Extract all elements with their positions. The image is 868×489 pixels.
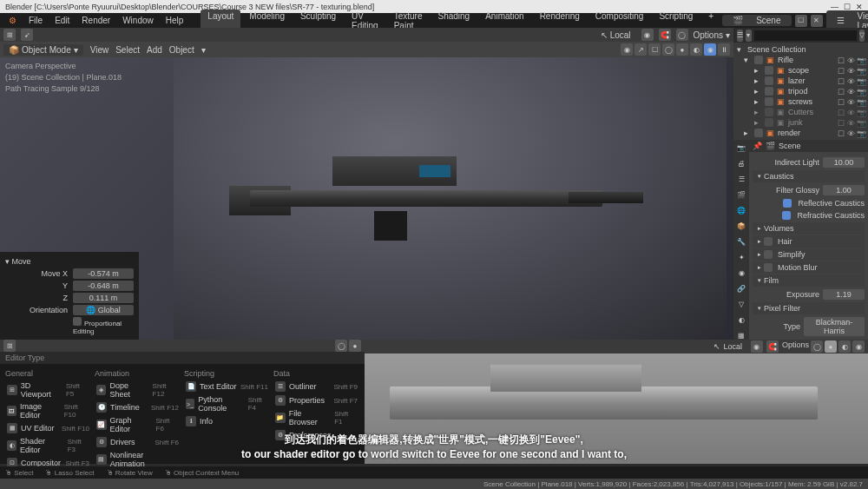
snap-icon-2[interactable]: 🧲 <box>766 340 779 353</box>
outliner-item-screws[interactable]: ▸▣screws☐👁📷 <box>733 96 868 107</box>
item-image-editor[interactable]: 🖼Image EditorShift F10 <box>5 400 91 421</box>
shading-material-icon-2[interactable]: ◐ <box>838 340 851 353</box>
outliner-search[interactable] <box>754 30 857 41</box>
section-film[interactable]: Film <box>753 274 865 287</box>
menu-window[interactable]: Window <box>117 16 159 25</box>
item-text-editor[interactable]: 📄Text EditorShift F11 <box>184 380 270 393</box>
item-3d-viewport[interactable]: ⊞3D ViewportShift F5 <box>5 380 91 400</box>
section-hair[interactable]: Hair <box>753 235 865 248</box>
shading-solid-icon[interactable]: ● <box>676 43 688 56</box>
item-uv-editor[interactable]: ▦UV EditorShift F10 <box>5 421 91 435</box>
filter-icon[interactable]: ▽ <box>859 30 865 42</box>
xray-icon[interactable]: ☐ <box>648 43 661 56</box>
move-z-input[interactable]: 0.111 m <box>73 293 134 303</box>
orientation-selector[interactable]: ↖ Local <box>595 30 636 41</box>
reflective-check[interactable] <box>783 199 792 208</box>
item-timeline[interactable]: 🕐TimelineShift F12 <box>95 400 181 414</box>
options-bottom[interactable]: Options <box>782 340 809 353</box>
type-select[interactable]: Blackman-Harris <box>804 317 865 336</box>
options-dropdown[interactable]: Options <box>694 30 723 40</box>
chevron-down-icon[interactable]: ▾ <box>201 45 206 55</box>
blender-icon[interactable]: ⚙ <box>3 16 22 25</box>
editor-type-icon[interactable]: ⊞ <box>3 29 16 41</box>
cursor-tool-icon[interactable]: ➹ <box>21 29 33 41</box>
proportional-check[interactable]: Proportional Editing <box>73 317 134 335</box>
orientation-select[interactable]: 🌐 Global <box>73 305 134 315</box>
outliner-item-lazer[interactable]: ▸▣lazer☐👁📷 <box>733 76 868 86</box>
outliner-type-icon[interactable]: ☰ <box>737 30 743 42</box>
menu-help[interactable]: Help <box>161 16 189 25</box>
prop-tab-particle[interactable]: ✦ <box>733 249 749 265</box>
outliner-item-render[interactable]: ▸▣render☐👁📷 <box>733 128 868 138</box>
item-shader-editor[interactable]: ◐Shader EditorShift F3 <box>5 435 91 456</box>
scene-selector[interactable]: 🎬Scene <box>722 15 791 26</box>
prop-tab-data[interactable]: ▽ <box>733 296 749 312</box>
outliner-item-rifle[interactable]: ▾▣Rifle☐👁📷 <box>733 55 868 65</box>
item-drivers[interactable]: ⚙DriversShift F6 <box>95 435 181 449</box>
shading-solid-icon-2[interactable]: ● <box>825 340 837 353</box>
section-volumes[interactable]: Volumes <box>753 222 865 235</box>
menu-select[interactable]: Select <box>115 45 140 55</box>
camera-icon[interactable]: 📷 <box>857 56 865 64</box>
prop-tab-output[interactable]: 🖨 <box>733 155 749 171</box>
item-file-browser[interactable]: 📁File BrowserShift F1 <box>273 407 359 428</box>
pivot-icon-2[interactable]: ◉ <box>751 340 763 353</box>
prop-tab-render[interactable]: 📷 <box>733 140 749 155</box>
section-caustics[interactable]: Caustics <box>753 170 865 182</box>
gizmo-icon[interactable]: ↗ <box>635 43 647 56</box>
proportional-icon[interactable]: ◯ <box>676 29 688 41</box>
pin-icon[interactable]: 📌 <box>753 142 762 150</box>
shading-rendered-icon-2[interactable]: ◉ <box>852 340 865 353</box>
eye-icon[interactable]: 👁 <box>847 56 855 64</box>
exclude-icon[interactable]: ☐ <box>838 56 845 64</box>
menu-add[interactable]: Add <box>147 45 162 55</box>
filter-glossy-input[interactable]: 1.00 <box>823 185 865 195</box>
shading-wire-icon[interactable]: ◯ <box>662 43 674 56</box>
orientation-bottom[interactable]: ↖ Local <box>708 341 747 352</box>
section-motion-blur[interactable]: Motion Blur <box>753 261 865 274</box>
mode-selector[interactable]: 📦 Object Mode ▾ <box>3 44 83 56</box>
section-simplify[interactable]: Simplify <box>753 248 865 261</box>
outliner-item-tripod[interactable]: ▸▣tripod☐👁📷 <box>733 86 868 96</box>
outliner-root[interactable]: ▾Scene Collection <box>733 44 868 55</box>
shading-rendered-icon[interactable]: ◉ <box>704 43 716 56</box>
prop-tab-physics[interactable]: ◉ <box>733 265 749 281</box>
scene-delete-icon[interactable]: ✕ <box>811 15 823 27</box>
prop-tab-material[interactable]: ◐ <box>733 312 749 327</box>
move-x-input[interactable]: -0.574 m <box>73 268 134 279</box>
outliner-item-junk[interactable]: ▸▣junk☐👁📷 <box>733 117 868 128</box>
shading-wire-icon-2[interactable]: ◯ <box>811 340 823 353</box>
pause-icon[interactable]: ⏸ <box>718 43 730 56</box>
menu-edit[interactable]: Edit <box>49 16 75 25</box>
move-y-input[interactable]: -0.648 m <box>73 281 134 291</box>
menu-file[interactable]: File <box>23 16 48 25</box>
menu-view[interactable]: View <box>90 45 109 55</box>
prop-tab-scene[interactable]: 🎬 <box>733 187 749 202</box>
section-pixel-filter[interactable]: Pixel Filter <box>753 302 865 314</box>
outliner-item-cutters[interactable]: ▸▣Cutters☐👁📷 <box>733 107 868 117</box>
menu-object[interactable]: Object <box>169 45 194 55</box>
chevron-down-icon[interactable]: ▾ <box>726 30 730 40</box>
snap-icon[interactable]: 🧲 <box>659 29 671 41</box>
outliner-item-scope[interactable]: ▸▣scope☐👁📷 <box>733 65 868 76</box>
prop-tab-object[interactable]: 📦 <box>733 218 749 234</box>
shading-material-icon[interactable]: ◐ <box>690 43 702 56</box>
item-python-console[interactable]: >_Python ConsoleShift F4 <box>184 393 270 414</box>
viewport-3d[interactable]: Camera Perspective (19) Scene Collection… <box>0 57 733 340</box>
indirect-light-input[interactable]: 10.00 <box>823 157 865 168</box>
prop-tab-texture[interactable]: ▦ <box>733 327 749 340</box>
item-dope-sheet[interactable]: ◈Dope SheetShift F12 <box>95 380 181 400</box>
pivot-icon[interactable]: ◉ <box>641 29 654 41</box>
prop-tab-world[interactable]: 🌐 <box>733 202 749 218</box>
item-outliner[interactable]: ☰OutlinerShift F9 <box>273 380 359 393</box>
display-mode-icon[interactable]: ▾ <box>746 30 752 42</box>
refractive-check[interactable] <box>782 211 791 220</box>
item-properties[interactable]: ⚙PropertiesShift F7 <box>273 393 359 407</box>
prop-tab-viewlayer[interactable]: ☰ <box>733 171 749 187</box>
prop-tab-modifier[interactable]: 🔧 <box>733 234 749 249</box>
prop-tab-constraint[interactable]: 🔗 <box>733 281 749 296</box>
editor-icon[interactable]: ⊞ <box>3 340 16 352</box>
item-graph-editor[interactable]: 📈Graph EditorShift F6 <box>95 414 181 435</box>
overlay-icon[interactable]: ◉ <box>621 43 633 56</box>
exposure-input[interactable]: 1.19 <box>823 289 865 300</box>
